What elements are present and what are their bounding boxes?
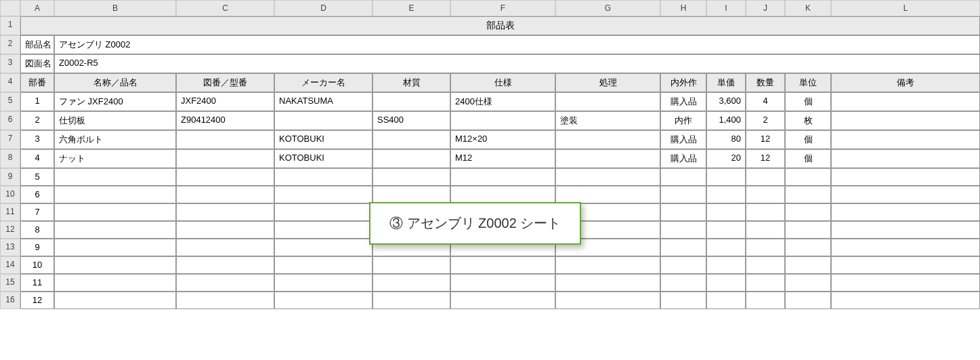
row-header[interactable]: 7 bbox=[0, 130, 20, 149]
cell-maker[interactable]: KOTOBUKI bbox=[274, 130, 372, 149]
cell-price[interactable] bbox=[706, 239, 746, 256]
col-header[interactable]: F bbox=[450, 0, 555, 16]
cell-price[interactable]: 80 bbox=[706, 130, 746, 149]
cell-no[interactable]: 7 bbox=[20, 203, 54, 221]
cell-remarks[interactable] bbox=[831, 256, 980, 274]
cell-remarks[interactable] bbox=[831, 149, 980, 168]
cell-unit[interactable]: 個 bbox=[785, 92, 831, 111]
row-header[interactable]: 15 bbox=[0, 274, 20, 292]
cell-no[interactable]: 1 bbox=[20, 92, 54, 111]
col-header[interactable]: J bbox=[746, 0, 785, 16]
cell-name[interactable]: 六角ボルト bbox=[54, 130, 176, 149]
cell-unit[interactable] bbox=[785, 168, 831, 186]
row-header[interactable]: 3 bbox=[0, 54, 20, 73]
cell-price[interactable] bbox=[706, 221, 746, 239]
row-header[interactable]: 12 bbox=[0, 221, 20, 239]
cell-qty[interactable] bbox=[746, 256, 785, 274]
cell-treatment[interactable]: 塗装 bbox=[555, 111, 660, 130]
cell-maker[interactable]: NAKATSUMA bbox=[274, 92, 372, 111]
cell-maker[interactable] bbox=[274, 111, 372, 130]
cell-name[interactable] bbox=[54, 186, 176, 203]
cell-unit[interactable]: 個 bbox=[785, 130, 831, 149]
cell-treatment[interactable] bbox=[555, 149, 660, 168]
cell-unit[interactable] bbox=[785, 239, 831, 256]
cell-name[interactable] bbox=[54, 256, 176, 274]
cell-spec[interactable]: M12×20 bbox=[450, 130, 555, 149]
cell-remarks[interactable] bbox=[831, 239, 980, 256]
cell-drawno[interactable] bbox=[176, 221, 274, 239]
cell-no[interactable]: 12 bbox=[20, 292, 54, 309]
cell-inout[interactable]: 購入品 bbox=[660, 149, 706, 168]
cell-no[interactable]: 8 bbox=[20, 221, 54, 239]
cell-name[interactable] bbox=[54, 221, 176, 239]
cell-maker[interactable] bbox=[274, 168, 372, 186]
cell-spec[interactable] bbox=[450, 274, 555, 292]
cell-inout[interactable] bbox=[660, 292, 706, 309]
col-header[interactable]: D bbox=[274, 0, 372, 16]
table-header-inout[interactable]: 内外作 bbox=[660, 73, 706, 92]
row-header[interactable]: 4 bbox=[0, 73, 20, 92]
cell-drawno[interactable]: JXF2400 bbox=[176, 92, 274, 111]
cell-qty[interactable] bbox=[746, 292, 785, 309]
cell-inout[interactable]: 内作 bbox=[660, 111, 706, 130]
cell-remarks[interactable] bbox=[831, 130, 980, 149]
row-header[interactable]: 10 bbox=[0, 186, 20, 203]
cell-no[interactable]: 9 bbox=[20, 239, 54, 256]
cell-unit[interactable] bbox=[785, 203, 831, 221]
cell-remarks[interactable] bbox=[831, 168, 980, 186]
cell-no[interactable]: 4 bbox=[20, 149, 54, 168]
cell-unit[interactable] bbox=[785, 292, 831, 309]
col-header[interactable]: K bbox=[785, 0, 831, 16]
cell-material[interactable] bbox=[372, 92, 450, 111]
cell-inout[interactable] bbox=[660, 274, 706, 292]
cell-maker[interactable] bbox=[274, 292, 372, 309]
table-header-unit[interactable]: 単位 bbox=[785, 73, 831, 92]
cell-price[interactable] bbox=[706, 274, 746, 292]
col-header[interactable]: H bbox=[660, 0, 706, 16]
cell-remarks[interactable] bbox=[831, 274, 980, 292]
cell-material[interactable] bbox=[372, 256, 450, 274]
table-header-remarks[interactable]: 備考 bbox=[831, 73, 980, 92]
cell-remarks[interactable] bbox=[831, 221, 980, 239]
cell-drawno[interactable] bbox=[176, 186, 274, 203]
cell-inout[interactable]: 購入品 bbox=[660, 92, 706, 111]
cell-name[interactable] bbox=[54, 168, 176, 186]
cell-qty[interactable] bbox=[746, 274, 785, 292]
row-header[interactable]: 5 bbox=[0, 92, 20, 111]
cell-drawno[interactable]: Z90412400 bbox=[176, 111, 274, 130]
part-name-value[interactable]: アセンブリ Z0002 bbox=[54, 35, 980, 54]
col-header[interactable]: A bbox=[20, 0, 54, 16]
cell-price[interactable]: 1,400 bbox=[706, 111, 746, 130]
cell-remarks[interactable] bbox=[831, 111, 980, 130]
cell-treatment[interactable] bbox=[555, 274, 660, 292]
cell-drawno[interactable] bbox=[176, 274, 274, 292]
cell-no[interactable]: 5 bbox=[20, 168, 54, 186]
cell-price[interactable]: 20 bbox=[706, 149, 746, 168]
cell-price[interactable] bbox=[706, 168, 746, 186]
col-header[interactable]: E bbox=[372, 0, 450, 16]
cell-qty[interactable]: 12 bbox=[746, 149, 785, 168]
col-header[interactable]: I bbox=[706, 0, 746, 16]
cell-name[interactable]: ファン JXF2400 bbox=[54, 92, 176, 111]
table-header-material[interactable]: 材質 bbox=[372, 73, 450, 92]
row-header[interactable]: 11 bbox=[0, 203, 20, 221]
cell-inout[interactable] bbox=[660, 256, 706, 274]
cell-maker[interactable]: KOTOBUKI bbox=[274, 149, 372, 168]
cell-unit[interactable] bbox=[785, 274, 831, 292]
cell-treatment[interactable] bbox=[555, 92, 660, 111]
cell-drawno[interactable] bbox=[176, 292, 274, 309]
row-header[interactable]: 13 bbox=[0, 239, 20, 256]
cell-unit[interactable]: 枚 bbox=[785, 111, 831, 130]
cell-material[interactable] bbox=[372, 149, 450, 168]
cell-inout[interactable] bbox=[660, 221, 706, 239]
row-header[interactable]: 6 bbox=[0, 111, 20, 130]
part-name-label[interactable]: 部品名 bbox=[20, 35, 54, 54]
cell-price[interactable] bbox=[706, 256, 746, 274]
cell-no[interactable]: 6 bbox=[20, 186, 54, 203]
cell-unit[interactable] bbox=[785, 186, 831, 203]
cell-qty[interactable] bbox=[746, 168, 785, 186]
cell-treatment[interactable] bbox=[555, 256, 660, 274]
cell-maker[interactable] bbox=[274, 221, 372, 239]
row-header[interactable]: 14 bbox=[0, 256, 20, 274]
row-header[interactable]: 1 bbox=[0, 16, 20, 35]
